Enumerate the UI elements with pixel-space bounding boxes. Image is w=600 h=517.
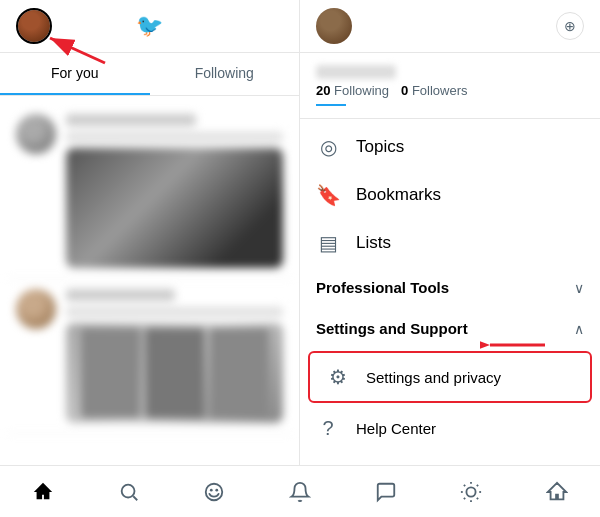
left-panel: 🐦 For you Following xyxy=(0,0,300,465)
following-underline xyxy=(316,104,346,106)
profile-section: 20 Following 0 Followers xyxy=(300,53,600,119)
nav-home[interactable] xyxy=(21,470,65,514)
help-center-label: Help Center xyxy=(356,420,436,437)
twitter-logo: 🐦 xyxy=(136,13,163,39)
menu-item-topics[interactable]: ◎ Topics xyxy=(300,123,600,171)
feed-item-1 xyxy=(8,104,291,279)
user-avatar-right[interactable] xyxy=(316,8,352,44)
feed-item-2 xyxy=(8,279,291,434)
nav-search[interactable] xyxy=(107,470,151,514)
tab-for-you[interactable]: For you xyxy=(0,53,150,95)
feed-content xyxy=(0,96,299,442)
tab-following[interactable]: Following xyxy=(150,53,300,95)
svg-point-6 xyxy=(206,483,223,500)
following-number: 20 xyxy=(316,83,330,98)
settings-privacy-label: Settings and privacy xyxy=(366,369,501,386)
following-stats: 20 Following 0 Followers xyxy=(316,83,584,98)
svg-point-7 xyxy=(210,488,213,491)
nav-brightness[interactable] xyxy=(449,470,493,514)
svg-line-12 xyxy=(464,484,465,485)
feed-image-2 xyxy=(66,323,283,423)
followers-number: 0 xyxy=(401,83,408,98)
svg-line-16 xyxy=(464,497,465,498)
purchases-icon: 🛒 xyxy=(316,464,340,465)
nav-notifications[interactable] xyxy=(278,470,322,514)
feed-line-2 xyxy=(66,307,283,317)
feed-text-1 xyxy=(66,114,283,268)
feed-image-1 xyxy=(66,148,283,268)
svg-line-5 xyxy=(133,496,137,500)
menu-item-bookmarks[interactable]: 🔖 Bookmarks xyxy=(300,171,600,219)
right-panel: ⊕ 20 Following 0 Followers ◎ Topics xyxy=(300,0,600,465)
lists-label: Lists xyxy=(356,233,391,253)
topics-label: Topics xyxy=(356,137,404,157)
left-tabs: For you Following xyxy=(0,53,299,96)
menu-item-purchases[interactable]: 🛒 Purchases xyxy=(300,452,600,465)
settings-support-header[interactable]: Settings and Support ∧ xyxy=(300,308,600,349)
svg-line-17 xyxy=(477,484,478,485)
lists-icon: ▤ xyxy=(316,231,340,255)
menu-section: ◎ Topics 🔖 Bookmarks ▤ Lists Professiona… xyxy=(300,119,600,465)
settings-privacy-icon: ⚙ xyxy=(326,365,350,389)
feed-line-1 xyxy=(66,132,283,142)
bottom-nav xyxy=(0,465,600,517)
user-avatar-left[interactable] xyxy=(16,8,52,44)
feed-text-2 xyxy=(66,289,283,423)
gear-icon[interactable]: ⊕ xyxy=(556,12,584,40)
settings-privacy-item[interactable]: ⚙ Settings and privacy xyxy=(308,351,592,403)
profile-name-blurred xyxy=(316,65,396,79)
feed-name-1 xyxy=(66,114,196,126)
professional-tools-chevron: ∨ xyxy=(574,280,584,296)
svg-point-8 xyxy=(216,488,219,491)
feed-avatar-2 xyxy=(16,289,56,329)
right-header: ⊕ xyxy=(300,0,600,53)
settings-support-label: Settings and Support xyxy=(316,320,468,337)
left-header: 🐦 xyxy=(0,0,299,53)
svg-point-4 xyxy=(121,484,134,497)
following-label: Following xyxy=(334,83,389,98)
topics-icon: ◎ xyxy=(316,135,340,159)
following-count: 20 Following xyxy=(316,83,389,98)
svg-point-9 xyxy=(467,487,476,496)
professional-tools-header[interactable]: Professional Tools ∨ xyxy=(300,267,600,308)
nav-messages[interactable] xyxy=(364,470,408,514)
feed-avatar-1 xyxy=(16,114,56,154)
app-container: 🐦 For you Following xyxy=(0,0,600,465)
svg-line-13 xyxy=(477,497,478,498)
professional-tools-label: Professional Tools xyxy=(316,279,449,296)
bookmarks-icon: 🔖 xyxy=(316,183,340,207)
nav-spaces[interactable] xyxy=(192,470,236,514)
menu-item-lists[interactable]: ▤ Lists xyxy=(300,219,600,267)
menu-item-help-center[interactable]: ? Help Center xyxy=(300,405,600,452)
followers-count: 0 Followers xyxy=(401,83,467,98)
nav-home-right[interactable] xyxy=(535,470,579,514)
settings-support-chevron: ∧ xyxy=(574,321,584,337)
feed-name-2 xyxy=(66,289,175,301)
help-center-icon: ? xyxy=(316,417,340,440)
followers-label: Followers xyxy=(412,83,468,98)
bookmarks-label: Bookmarks xyxy=(356,185,441,205)
